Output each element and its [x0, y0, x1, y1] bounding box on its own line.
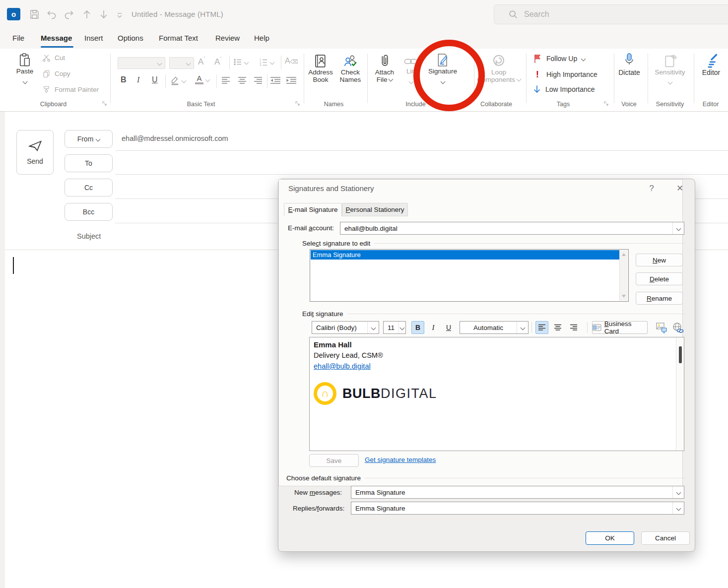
cancel-button[interactable]: Cancel	[641, 531, 690, 545]
signature-logo: ∩ BULBDIGITAL	[314, 382, 437, 405]
menu-bar: File Message Insert Options Format Text …	[0, 30, 728, 49]
window-left-edge	[0, 112, 5, 588]
tags-dialog-launcher-icon[interactable]	[603, 101, 609, 106]
signature-role: Delivery Lead, CSM®	[314, 351, 383, 359]
font-select[interactable]: Calibri (Body)	[312, 321, 379, 334]
names-group-label: Names	[310, 101, 357, 108]
new-messages-label: New messages:	[294, 489, 342, 496]
editor-icon	[704, 53, 719, 68]
signature-list-item-selected[interactable]: Emma Signature	[311, 250, 620, 260]
underline-button[interactable]: U	[152, 75, 158, 84]
italic-button[interactable]: I	[137, 75, 139, 84]
high-importance-button[interactable]: ! High Importance	[533, 69, 597, 80]
customize-toolbar-icon[interactable]	[116, 12, 123, 19]
tab-email-signature[interactable]: E-mail Signature	[284, 203, 342, 216]
search-input[interactable]: Search	[494, 4, 728, 24]
undo-icon[interactable]	[46, 8, 58, 20]
clipboard-dialog-launcher-icon[interactable]	[102, 101, 107, 106]
paste-button[interactable]: Paste	[15, 53, 35, 86]
text-cursor	[13, 257, 14, 274]
signature-email-link[interactable]: ehall@bulb.digital	[314, 362, 371, 370]
to-field-area[interactable]	[115, 154, 728, 175]
cc-button[interactable]: Cc	[65, 179, 113, 196]
decrease-indent-icon[interactable]	[270, 76, 281, 85]
address-book-button[interactable]: Address Book	[308, 54, 333, 83]
dialog-help-button[interactable]: ?	[643, 182, 660, 195]
address-book-label-2: Book	[308, 76, 333, 83]
font-color-button[interactable]: A	[195, 74, 209, 84]
follow-up-label: Follow Up	[546, 55, 577, 63]
follow-up-button[interactable]: Follow Up	[533, 54, 585, 64]
basic-text-dialog-launcher-icon[interactable]	[295, 101, 300, 106]
align-center-icon[interactable]	[238, 76, 248, 85]
tab-review[interactable]: Review	[215, 34, 240, 42]
business-card-button[interactable]: Business Card	[592, 321, 648, 334]
save-icon[interactable]	[28, 8, 40, 20]
ok-button[interactable]: OK	[586, 531, 634, 545]
font-size-combo	[169, 57, 194, 69]
tab-insert[interactable]: Insert	[84, 34, 103, 42]
check-names-button[interactable]: Check Names	[337, 54, 363, 83]
edit-signature-group: Edit signature	[302, 310, 685, 318]
signature-listbox[interactable]: Emma Signature	[310, 249, 629, 302]
sensitivity-button: Sensitivity	[651, 54, 689, 87]
attach-file-button[interactable]: Attach File	[371, 54, 398, 83]
select-signature-group: Select signature to edit	[302, 240, 685, 247]
highlight-button[interactable]	[170, 75, 186, 86]
dialog-close-button[interactable]: ✕	[671, 182, 688, 195]
replies-forwards-chevron-icon	[672, 502, 684, 514]
redo-icon[interactable]	[63, 8, 75, 20]
low-importance-button[interactable]: Low Importance	[532, 84, 595, 94]
scroll-up-icon[interactable]	[622, 253, 626, 256]
tab-format-text[interactable]: Format Text	[159, 34, 198, 42]
editor-scrollbar[interactable]	[676, 337, 684, 451]
rename-button[interactable]: Rename	[636, 292, 683, 305]
dictate-button[interactable]: Dictate	[615, 53, 643, 76]
editor-scrollbar-thumb[interactable]	[679, 346, 682, 363]
new-button[interactable]: New	[636, 254, 683, 266]
sig-align-center-button[interactable]	[551, 321, 564, 334]
email-account-value: ehall@bulb.digital	[340, 222, 672, 234]
font-color-select[interactable]: Automatic	[460, 321, 529, 334]
low-importance-icon	[532, 84, 542, 94]
tab-personal-stationery[interactable]: Personal Stationery	[342, 203, 408, 216]
from-field-area[interactable]	[115, 131, 728, 151]
insert-picture-button[interactable]	[656, 322, 667, 333]
new-messages-select[interactable]: Emma Signature	[351, 486, 684, 499]
voice-group-label: Voice	[615, 101, 643, 108]
bold-toggle[interactable]: B	[411, 321, 424, 334]
font-size-select[interactable]: 11	[383, 321, 406, 334]
bold-button[interactable]: B	[121, 75, 127, 84]
align-right-icon[interactable]	[254, 76, 264, 85]
from-button[interactable]: From	[65, 130, 113, 148]
move-up-icon[interactable]	[81, 8, 93, 20]
replies-forwards-select[interactable]: Emma Signature	[351, 502, 684, 515]
sig-align-left-button[interactable]	[535, 321, 548, 334]
cut-icon	[42, 54, 51, 62]
insert-hyperlink-button[interactable]	[672, 322, 684, 333]
italic-toggle[interactable]: I	[427, 321, 440, 334]
editor-button[interactable]: Editor	[697, 53, 726, 76]
align-left-icon[interactable]	[221, 76, 231, 85]
tab-message[interactable]: Message	[41, 34, 72, 42]
move-down-icon[interactable]	[98, 8, 110, 20]
tab-file[interactable]: File	[12, 34, 24, 42]
send-button[interactable]: Send	[16, 130, 54, 175]
delete-button[interactable]: Delete	[636, 272, 683, 285]
scroll-down-icon[interactable]	[622, 295, 626, 298]
sig-align-right-button[interactable]	[567, 321, 580, 334]
to-button[interactable]: To	[65, 154, 113, 172]
email-account-select[interactable]: ehall@bulb.digital	[340, 222, 684, 235]
listbox-scrollbar[interactable]	[619, 250, 628, 301]
high-importance-label: High Importance	[546, 70, 597, 78]
get-signature-templates-link[interactable]: Get signature templates	[365, 456, 436, 463]
increase-indent-icon[interactable]	[286, 76, 297, 85]
clear-formatting-icon: A⌫	[285, 57, 298, 65]
sig-align-center-icon	[554, 324, 562, 331]
underline-toggle[interactable]: U	[442, 321, 455, 334]
dictate-label: Dictate	[615, 68, 643, 76]
bcc-button[interactable]: Bcc	[65, 203, 113, 221]
tab-options[interactable]: Options	[118, 34, 143, 42]
tab-help[interactable]: Help	[254, 34, 269, 42]
signature-editor[interactable]: Emma Hall Delivery Lead, CSM® ehall@bulb…	[309, 337, 684, 451]
